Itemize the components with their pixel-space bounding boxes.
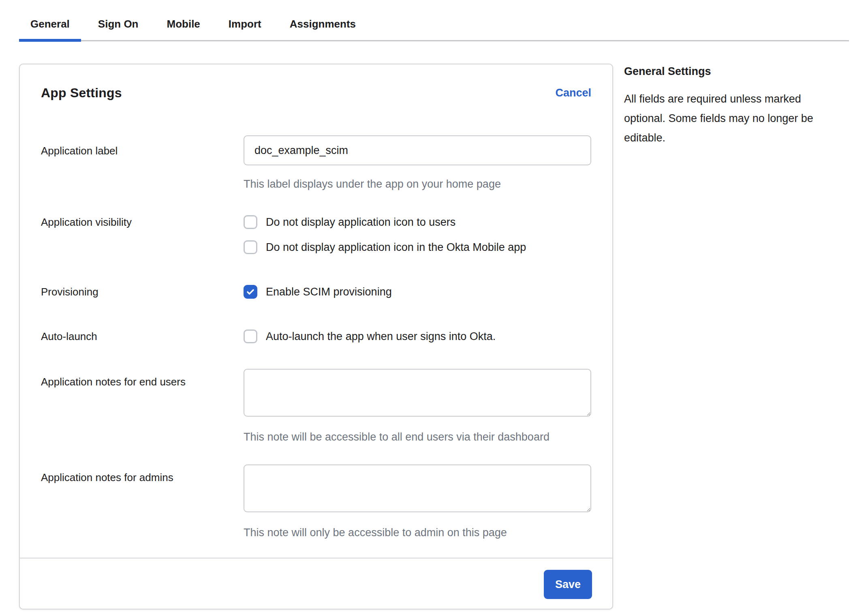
- checkbox-label: Auto-launch the app when user signs into…: [266, 329, 496, 344]
- page: General Sign On Mobile Import Assignment…: [0, 12, 868, 610]
- provisioning-row: Provisioning Enable SCIM provisioning: [41, 285, 591, 299]
- application-label-row: Application label This label displays un…: [41, 135, 591, 190]
- application-label-label: Application label: [41, 135, 244, 190]
- checkbox-label: Enable SCIM provisioning: [266, 285, 392, 299]
- help-panel-title: General Settings: [624, 65, 827, 78]
- checkbox-enable-scim[interactable]: Enable SCIM provisioning: [244, 285, 591, 299]
- tab-general[interactable]: General: [19, 12, 81, 40]
- notes-admins-row: Application notes for admins This note w…: [41, 464, 591, 539]
- tab-bar: General Sign On Mobile Import Assignment…: [19, 12, 849, 41]
- card-footer: Save: [20, 558, 612, 609]
- notes-end-users-row: Application notes for end users This not…: [41, 369, 591, 443]
- card-body: Application label This label displays un…: [20, 101, 612, 558]
- app-settings-card: App Settings Cancel Application label Th…: [19, 64, 613, 610]
- application-label-helper: This label displays under the app on you…: [244, 178, 591, 190]
- auto-launch-label: Auto-launch: [41, 329, 244, 344]
- content-area: App Settings Cancel Application label Th…: [19, 64, 849, 610]
- checkbox-box: [244, 240, 257, 254]
- checkbox-hide-icon-users[interactable]: Do not display application icon to users: [244, 215, 591, 229]
- notes-end-users-textarea[interactable]: [244, 369, 591, 417]
- tab-mobile[interactable]: Mobile: [156, 12, 212, 40]
- help-panel-body: All fields are required unless marked op…: [624, 89, 825, 148]
- card-header: App Settings Cancel: [20, 64, 612, 101]
- help-panel: General Settings All fields are required…: [624, 64, 827, 148]
- application-visibility-label: Application visibility: [41, 215, 244, 255]
- provisioning-label: Provisioning: [41, 285, 244, 299]
- checkbox-box: [244, 215, 257, 229]
- notes-end-users-label: Application notes for end users: [41, 369, 244, 443]
- checkbox-hide-icon-mobile[interactable]: Do not display application icon in the O…: [244, 240, 591, 255]
- checkmark-icon: [246, 287, 255, 297]
- auto-launch-row: Auto-launch Auto-launch the app when use…: [41, 329, 591, 344]
- notes-end-users-helper: This note will be accessible to all end …: [244, 430, 591, 443]
- checkbox-box: [244, 329, 257, 343]
- checkbox-label: Do not display application icon to users: [266, 215, 455, 229]
- tab-import[interactable]: Import: [217, 12, 273, 40]
- tab-sign-on[interactable]: Sign On: [87, 12, 150, 40]
- notes-admins-helper: This note will only be accessible to adm…: [244, 526, 591, 539]
- save-button[interactable]: Save: [544, 570, 592, 599]
- notes-admins-textarea[interactable]: [244, 464, 591, 512]
- checkbox-box: [244, 285, 257, 299]
- notes-admins-label: Application notes for admins: [41, 464, 244, 539]
- application-label-input[interactable]: [244, 135, 591, 165]
- checkbox-auto-launch[interactable]: Auto-launch the app when user signs into…: [244, 329, 591, 344]
- card-title: App Settings: [41, 86, 122, 101]
- tab-assignments[interactable]: Assignments: [278, 12, 367, 40]
- application-visibility-row: Application visibility Do not display ap…: [41, 215, 591, 255]
- cancel-link[interactable]: Cancel: [555, 87, 591, 99]
- checkbox-label: Do not display application icon in the O…: [266, 240, 526, 255]
